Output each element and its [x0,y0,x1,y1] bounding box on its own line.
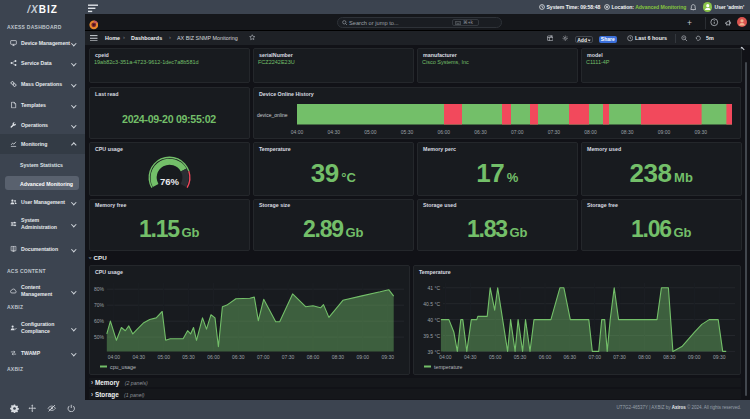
svg-text:80%: 80% [94,286,105,292]
svg-text:07:00: 07:00 [257,354,270,360]
svg-text:06:00: 06:00 [207,354,220,360]
svg-text:08:30: 08:30 [332,354,345,360]
svg-text:08:30: 08:30 [621,129,634,135]
svg-text:41 °C: 41 °C [427,285,440,291]
svg-text:08:00: 08:00 [638,354,651,360]
svg-text:05:30: 05:30 [182,354,195,360]
svg-text:09:00: 09:00 [357,354,370,360]
svg-text:09:00: 09:00 [658,129,671,135]
svg-text:04:30: 04:30 [327,129,340,135]
svg-text:04:30: 04:30 [464,354,477,360]
svg-text:39.5 °C: 39.5 °C [423,333,440,339]
svg-text:76%: 76% [160,176,180,187]
svg-text:cpu_usage: cpu_usage [110,364,136,370]
svg-text:04:00: 04:00 [439,354,452,360]
svg-text:05:00: 05:00 [157,354,170,360]
svg-text:05:00: 05:00 [364,129,377,135]
svg-text:40 °C: 40 °C [427,317,440,323]
svg-text:07:30: 07:30 [613,354,626,360]
svg-text:08:00: 08:00 [584,129,597,135]
svg-text:09:30: 09:30 [381,354,394,360]
svg-text:07:00: 07:00 [511,129,524,135]
svg-text:05:00: 05:00 [489,354,502,360]
svg-text:60%: 60% [94,318,105,324]
svg-text:07:00: 07:00 [588,354,601,360]
svg-text:40.5 °C: 40.5 °C [423,301,440,307]
svg-text:07:30: 07:30 [282,354,295,360]
svg-text:05:30: 05:30 [514,354,527,360]
svg-text:device_online: device_online [257,112,288,118]
svg-text:06:00: 06:00 [539,354,552,360]
svg-text:temperature: temperature [434,364,463,370]
svg-text:06:30: 06:30 [232,354,245,360]
svg-text:50%: 50% [94,334,105,340]
svg-text:06:00: 06:00 [438,129,451,135]
svg-text:06:30: 06:30 [564,354,577,360]
svg-text:04:00: 04:00 [291,129,304,135]
svg-text:08:00: 08:00 [307,354,320,360]
svg-text:04:30: 04:30 [133,354,146,360]
svg-text:09:00: 09:00 [688,354,701,360]
svg-text:09:30: 09:30 [694,129,707,135]
svg-text:07:30: 07:30 [548,129,561,135]
svg-text:70%: 70% [94,302,105,308]
svg-text:04:00: 04:00 [108,354,121,360]
svg-text:08:30: 08:30 [663,354,676,360]
svg-text:06:30: 06:30 [474,129,487,135]
svg-text:05:30: 05:30 [401,129,414,135]
svg-text:09:30: 09:30 [713,354,726,360]
